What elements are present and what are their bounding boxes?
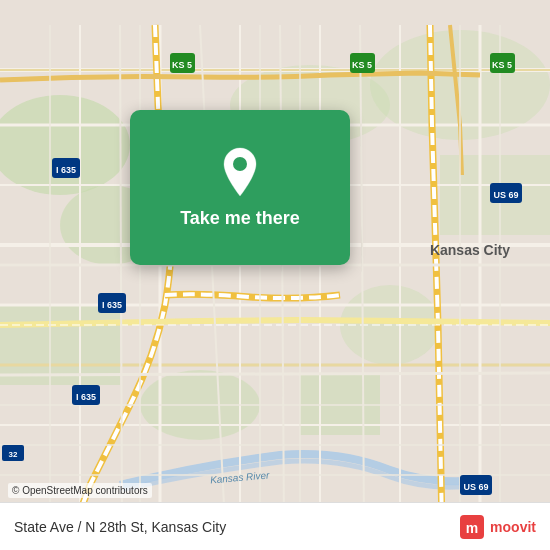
svg-point-54 — [233, 157, 247, 171]
svg-text:32: 32 — [9, 450, 18, 459]
svg-text:I 635: I 635 — [56, 165, 76, 175]
svg-text:I 635: I 635 — [102, 300, 122, 310]
osm-text: © OpenStreetMap contributors — [12, 485, 148, 496]
moovit-logo: m moovit — [458, 513, 536, 541]
card-take-me-there-label: Take me there — [180, 208, 300, 229]
map-container: I 635 I 635 I 635 KS 5 KS 5 KS 5 US 69 U… — [0, 0, 550, 550]
osm-attribution: © OpenStreetMap contributors — [8, 483, 152, 498]
location-pin-icon — [218, 146, 262, 198]
bottom-info-bar: State Ave / N 28th St, Kansas City m moo… — [0, 502, 550, 550]
svg-text:KS 5: KS 5 — [352, 60, 372, 70]
map-svg: I 635 I 635 I 635 KS 5 KS 5 KS 5 US 69 U… — [0, 0, 550, 550]
svg-text:I 635: I 635 — [76, 392, 96, 402]
navigation-card[interactable]: Take me there — [130, 110, 350, 265]
moovit-icon: m — [458, 513, 486, 541]
svg-text:KS 5: KS 5 — [172, 60, 192, 70]
location-label: State Ave / N 28th St, Kansas City — [14, 519, 226, 535]
svg-text:US 69: US 69 — [493, 190, 518, 200]
svg-text:KS 5: KS 5 — [492, 60, 512, 70]
svg-text:m: m — [466, 520, 478, 536]
moovit-brand-text: moovit — [490, 519, 536, 535]
svg-rect-3 — [0, 305, 120, 385]
svg-text:US 69: US 69 — [463, 482, 488, 492]
svg-text:Kansas City: Kansas City — [430, 242, 510, 258]
